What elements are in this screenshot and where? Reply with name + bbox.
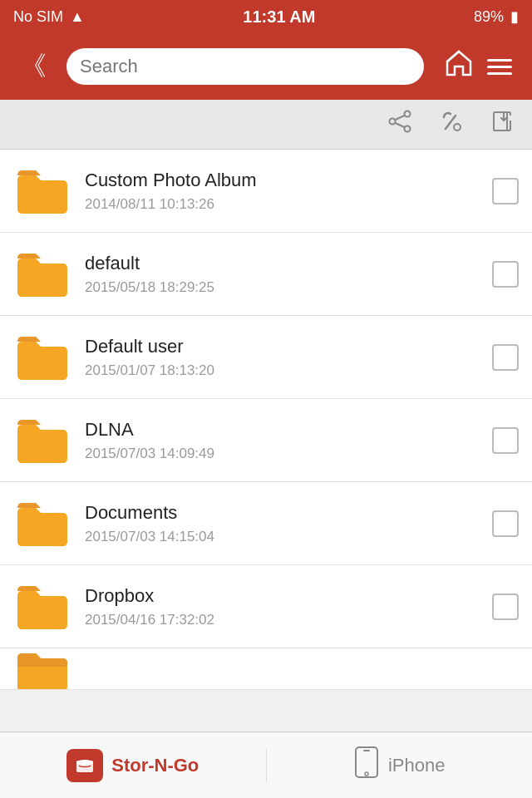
svg-line-3 bbox=[396, 116, 405, 120]
list-item[interactable]: Dropbox 2015/04/16 17:32:02 bbox=[0, 565, 532, 648]
file-info: Documents 2015/07/03 14:15:04 bbox=[85, 502, 492, 545]
iphone-label: iPhone bbox=[388, 755, 446, 776]
file-info: Dropbox 2015/04/16 17:32:02 bbox=[85, 585, 492, 628]
iphone-icon bbox=[353, 746, 380, 785]
battery-icon: ▮ bbox=[510, 7, 519, 26]
file-name: Documents bbox=[85, 502, 492, 524]
export-button[interactable] bbox=[490, 109, 515, 140]
back-button[interactable]: 《 bbox=[13, 42, 53, 91]
file-checkbox[interactable] bbox=[492, 427, 519, 454]
folder-icon bbox=[13, 162, 71, 220]
svg-point-8 bbox=[76, 760, 93, 765]
status-right: 89% ▮ bbox=[474, 7, 519, 26]
file-name: Dropbox bbox=[85, 585, 492, 607]
list-item[interactable]: Documents 2015/07/03 14:15:04 bbox=[0, 482, 532, 565]
file-date: 2015/05/18 18:29:25 bbox=[85, 279, 492, 296]
status-time: 11:31 AM bbox=[243, 7, 315, 27]
file-name: Default user bbox=[85, 336, 492, 357]
file-info: DLNA 2015/07/03 14:09:49 bbox=[85, 419, 492, 462]
stor-tab[interactable]: Stor-N-Go bbox=[0, 749, 267, 782]
menu-line-2 bbox=[487, 66, 512, 68]
file-name: default bbox=[85, 253, 492, 274]
file-date: 2015/07/03 14:09:49 bbox=[85, 446, 492, 462]
file-checkbox[interactable] bbox=[492, 510, 519, 537]
file-checkbox[interactable] bbox=[492, 178, 519, 204]
file-list: Custom Photo Album 2014/08/11 10:13:26 d… bbox=[0, 150, 532, 690]
home-button[interactable] bbox=[437, 42, 480, 91]
folder-icon bbox=[13, 495, 71, 553]
status-bar: No SIM ▲ 11:31 AM 89% ▮ bbox=[0, 0, 532, 33]
carrier-label: No SIM bbox=[13, 8, 63, 26]
file-info: default 2015/05/18 18:29:25 bbox=[85, 253, 492, 296]
svg-point-1 bbox=[390, 119, 396, 125]
file-checkbox[interactable] bbox=[492, 594, 519, 620]
svg-point-5 bbox=[454, 124, 461, 131]
battery-label: 89% bbox=[474, 8, 504, 26]
wifi-icon: ▲ bbox=[70, 8, 85, 26]
stor-label: Stor-N-Go bbox=[111, 755, 199, 776]
file-info: Custom Photo Album 2014/08/11 10:13:26 bbox=[85, 170, 492, 213]
folder-icon bbox=[13, 245, 71, 303]
bottom-tab: Stor-N-Go iPhone bbox=[0, 732, 532, 798]
search-input[interactable] bbox=[80, 56, 411, 77]
svg-line-4 bbox=[396, 123, 405, 127]
list-item[interactable]: DLNA 2015/07/03 14:09:49 bbox=[0, 399, 532, 482]
file-checkbox[interactable] bbox=[492, 261, 519, 288]
stor-icon bbox=[66, 749, 103, 782]
svg-point-11 bbox=[365, 772, 368, 776]
folder-icon bbox=[13, 411, 71, 470]
menu-line-1 bbox=[487, 59, 512, 62]
file-date: 2015/04/16 17:32:02 bbox=[85, 612, 492, 628]
folder-icon bbox=[13, 328, 71, 387]
svg-rect-6 bbox=[494, 112, 507, 131]
file-date: 2015/07/03 14:15:04 bbox=[85, 529, 492, 545]
iphone-tab[interactable]: iPhone bbox=[267, 746, 533, 785]
svg-point-0 bbox=[405, 111, 411, 117]
file-name: Custom Photo Album bbox=[85, 170, 492, 191]
file-info: Default user 2015/01/07 18:13:20 bbox=[85, 336, 492, 379]
list-item[interactable]: Custom Photo Album 2014/08/11 10:13:26 bbox=[0, 150, 532, 233]
nav-bar: 《 bbox=[0, 33, 532, 100]
file-name: DLNA bbox=[85, 419, 492, 441]
file-checkbox[interactable] bbox=[492, 344, 519, 371]
folder-icon bbox=[13, 648, 71, 690]
list-item[interactable]: default 2015/05/18 18:29:25 bbox=[0, 233, 532, 316]
list-item[interactable] bbox=[0, 648, 532, 690]
menu-button[interactable] bbox=[480, 52, 519, 81]
list-item[interactable]: Default user 2015/01/07 18:13:20 bbox=[0, 316, 532, 399]
toolbar bbox=[0, 100, 532, 150]
file-date: 2015/01/07 18:13:20 bbox=[85, 362, 492, 379]
menu-line-3 bbox=[487, 72, 512, 75]
folder-icon bbox=[13, 578, 71, 636]
file-date: 2014/08/11 10:13:26 bbox=[85, 196, 492, 213]
tools-button[interactable] bbox=[439, 109, 464, 140]
share-button[interactable] bbox=[387, 109, 412, 140]
svg-point-2 bbox=[405, 126, 411, 132]
search-bar[interactable] bbox=[66, 48, 424, 85]
status-left: No SIM ▲ bbox=[13, 8, 85, 26]
